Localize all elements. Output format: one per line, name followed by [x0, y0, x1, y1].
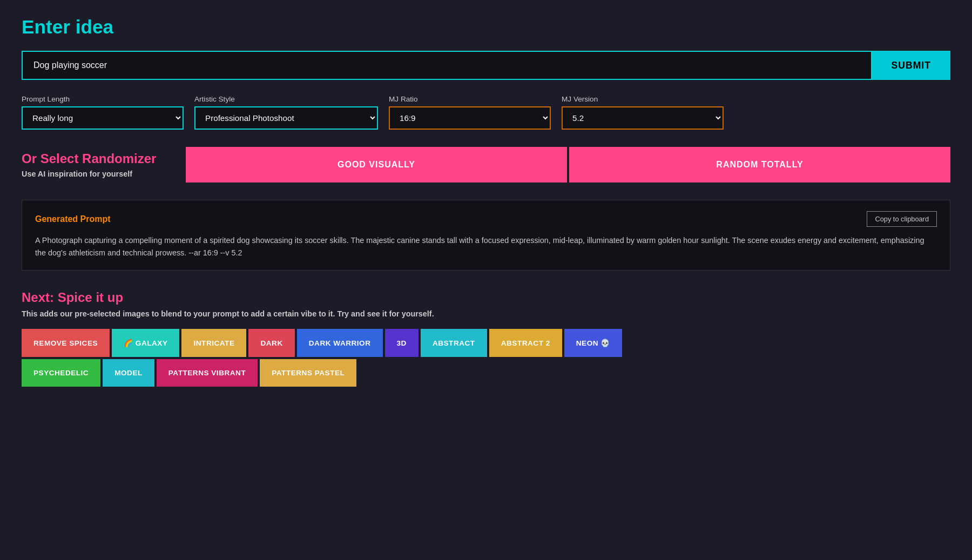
prompt-length-label: Prompt Length [22, 95, 184, 103]
spice-subtitle: This adds our pre-selected images to ble… [22, 309, 950, 318]
mj-ratio-label: MJ Ratio [389, 95, 551, 103]
randomizer-left: Or Select Randomizer Use AI inspiration … [22, 151, 173, 178]
good-visually-button[interactable]: GOOD VISUALLY [186, 147, 567, 183]
randomizer-section: Or Select Randomizer Use AI inspiration … [22, 147, 950, 183]
randomizer-title-static: Or [22, 151, 40, 166]
generated-prompt-label: Generated Prompt [35, 214, 111, 224]
prompt-length-group: Prompt Length Short Medium Long Really l… [22, 95, 184, 130]
artistic-style-label: Artistic Style [194, 95, 378, 103]
spice-remove-spices[interactable]: REMOVE SPICES [22, 329, 110, 357]
spice-row-2: PSYCHEDELIC MODEL PATTERNS VIBRANT PATTE… [22, 359, 950, 387]
selects-row: Prompt Length Short Medium Long Really l… [22, 95, 950, 130]
artistic-style-select[interactable]: Professional Photoshoot Cinematic Illust… [194, 106, 378, 130]
spice-section: Next: Spice it up This adds our pre-sele… [22, 290, 950, 387]
randomizer-title: Or Select Randomizer [22, 151, 173, 166]
mj-ratio-select[interactable]: 1:1 4:3 16:9 9:16 3:2 [389, 106, 551, 130]
randomizer-title-highlight: Select Randomizer [40, 151, 157, 166]
generated-prompt-section: Generated Prompt Copy to clipboard A Pho… [22, 200, 950, 271]
copy-to-clipboard-button[interactable]: Copy to clipboard [867, 211, 937, 227]
mj-version-select[interactable]: 4 5 5.1 5.2 6 [562, 106, 724, 130]
submit-button[interactable]: SUBMIT [872, 51, 950, 80]
random-totally-button[interactable]: RANDOM TOTALLY [569, 147, 950, 183]
spice-galaxy[interactable]: 🌈 GALAXY [112, 329, 179, 357]
randomizer-subtitle: Use AI inspiration for yourself [22, 170, 173, 178]
spice-3d[interactable]: 3D [385, 329, 418, 357]
generated-prompt-text: A Photograph capturing a compelling mome… [35, 234, 937, 259]
mj-version-label: MJ Version [562, 95, 724, 103]
page-title: Enter idea [22, 16, 950, 38]
spice-psychedelic[interactable]: PSYCHEDELIC [22, 359, 100, 387]
idea-input[interactable] [22, 51, 872, 80]
mj-version-group: MJ Version 4 5 5.1 5.2 6 [562, 95, 724, 130]
spice-dark[interactable]: DARK [248, 329, 294, 357]
spice-abstract-2[interactable]: ABSTRACT 2 [489, 329, 562, 357]
spice-row-1: REMOVE SPICES 🌈 GALAXY INTRICATE DARK DA… [22, 329, 950, 357]
spice-intricate[interactable]: INTRICATE [181, 329, 246, 357]
prompt-length-select[interactable]: Short Medium Long Really long [22, 106, 184, 130]
spice-title-static: Next: [22, 290, 58, 305]
spice-model[interactable]: MODEL [103, 359, 154, 387]
spice-neon[interactable]: NEON 💀 [564, 329, 622, 357]
spice-dark-warrior[interactable]: DARK WARRIOR [297, 329, 383, 357]
artistic-style-group: Artistic Style Professional Photoshoot C… [194, 95, 378, 130]
spice-abstract[interactable]: ABSTRACT [421, 329, 487, 357]
spice-patterns-pastel[interactable]: PATTERNS PASTEL [260, 359, 356, 387]
generated-prompt-header: Generated Prompt Copy to clipboard [35, 211, 937, 227]
spice-patterns-vibrant[interactable]: PATTERNS VIBRANT [157, 359, 258, 387]
spice-title-highlight: Spice it up [58, 290, 123, 305]
spice-title: Next: Spice it up [22, 290, 950, 305]
idea-input-row: SUBMIT [22, 51, 950, 80]
mj-ratio-group: MJ Ratio 1:1 4:3 16:9 9:16 3:2 [389, 95, 551, 130]
randomizer-buttons: GOOD VISUALLY RANDOM TOTALLY [186, 147, 950, 183]
